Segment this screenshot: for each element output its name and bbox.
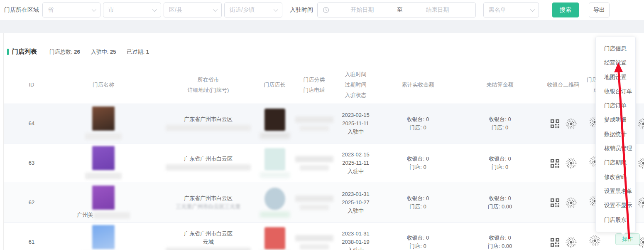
blacklist-select[interactable]: 黑名单 [483,2,539,17]
mini-program-code-icon[interactable] [638,197,644,208]
area-filter-label: 门店所在区域 [4,6,39,14]
mini-program-code-icon[interactable] [566,158,577,169]
street-select[interactable]: 街道/乡镇 [224,2,282,17]
column-header: 门店店长 [255,80,294,90]
qr-code-icon[interactable] [550,119,560,129]
cell-unsettled-amount: 收银台: 0 门店: 0 [458,115,541,132]
date-separator: 至 [395,6,404,14]
mini-program-code-icon[interactable] [638,118,644,129]
table-row: 62 广州美 广东省广州市白云区 三元里广州市白云区三元里 2023-01-31… [4,183,644,223]
redacted-phone [300,244,329,250]
cell-store-name: 广州美 [45,186,162,220]
column-header: 门店分类 门店电话 [294,75,334,95]
manager-avatar [264,109,285,131]
cell-dates: 2023-01-31 2025-10-27 入驻中 [334,190,377,215]
redacted-manager-name [260,172,290,178]
menu-item-7[interactable]: 数据统计 [596,127,635,141]
menu-item-10[interactable]: 修改密码 [596,170,635,184]
cell-address: 广东省广州市白云区 [162,115,255,132]
cell-cashier-qrcodes [541,197,585,208]
column-header: 所在省市 详细地址(门牌号) [162,75,255,95]
cell-id: 61 [4,238,45,246]
cell-dates: 2023-02-15 2025-11-11 入驻中 [334,111,377,136]
stat-item: 已过期: 1 [127,49,149,55]
menu-item-5[interactable]: 门店订单 [596,99,635,113]
cell-unsettled-amount: 收银台: 0 门店: 0 [458,155,541,171]
cell-manager [255,227,294,250]
cell-unsettled-amount: 收银台: 0 门店: 0.00 [458,234,541,250]
menu-item-3[interactable]: 地图设置 [596,70,635,84]
mini-program-code-icon[interactable] [566,197,577,208]
cell-manager [255,109,294,139]
mini-program-code-icon[interactable] [589,235,600,246]
cell-paid-amount: 收银台: 0 门店: 0 [377,234,458,250]
cell-address: 广东省广州市白云区 云城 [162,230,255,250]
menu-item-6[interactable]: 提成明细 [596,113,635,127]
filter-bar: 门店所在区域 省 市 区/县 街道/乡镇 入驻时间 开始日期 至 结束日期 黑名… [0,0,644,20]
column-header: 门店名称 [45,80,162,90]
mini-program-code-icon[interactable] [566,118,577,129]
city-select[interactable]: 市 [103,2,161,17]
store-logo-image [92,106,115,131]
qr-code-icon[interactable] [550,158,560,168]
table-body: 64 广东省广州市白云区 2023-02-15 2025-11-11 入驻中 [4,104,644,250]
start-date-placeholder[interactable]: 开始日期 [329,6,395,14]
menu-item-9[interactable]: 门店期限 [596,156,635,170]
chevron-down-icon [152,7,157,12]
table-header-row: ID门店名称所在省市 详细地址(门牌号)门店店长门店分类 门店电话入驻时间 过期… [4,67,644,104]
cell-cashier-qrcodes [541,118,585,129]
manager-avatar [264,188,285,210]
stat-item: 入驻中: 25 [91,49,116,55]
cell-dates: 2023-02-15 2025-11-11 入驻中 [334,151,377,176]
cell-category-phone [294,116,334,131]
mini-program-code-icon[interactable] [566,237,577,248]
cell-unsettled-amount: 收银台: 0 门店: 0.00 [458,194,541,211]
store-list-card: 门店列表 门店总数: 26入驻中: 25已过期: 1 ID门店名称所在省市 详细… [3,33,644,250]
redacted-address [166,164,251,171]
cell-id: 62 [4,198,45,207]
redacted-phone [300,126,329,131]
cell-paid-amount: 收银台: 0 门店: 0 [377,194,458,211]
cell-category-phone [294,156,334,171]
redacted-category [295,235,333,241]
join-date-range-input[interactable]: 开始日期 至 结束日期 [317,2,476,17]
page-background-band [0,20,644,33]
menu-item-8[interactable]: 核销员管理 [596,141,635,156]
cell-manager [255,148,294,178]
province-select[interactable]: 省 [42,2,100,17]
column-header: 累计实收金额 [377,80,458,90]
menu-item-4[interactable]: 收银台订单 [596,84,635,99]
menu-item-13[interactable]: 门店股东 [596,213,635,227]
row-action-button[interactable]: 操作 [615,233,640,245]
chevron-down-icon [530,7,535,12]
cell-address: 广东省广州市白云区 三元里广州市白云区三元里 [162,194,255,211]
column-header: 入驻时间 过期时间 入驻状态 [334,69,377,100]
cell-id: 63 [4,159,45,167]
redacted-store-name [93,212,130,219]
stat-item: 门店总数: 26 [49,49,80,55]
join-time-label: 入驻时间 [290,6,313,14]
column-header: 收银台二维码 [541,80,585,90]
redacted-store-name [85,133,122,140]
qr-code-icon[interactable] [550,238,560,247]
menu-item-2[interactable]: 经营设置 [596,56,635,70]
redacted-category [295,116,333,123]
end-date-placeholder[interactable]: 结束日期 [404,6,470,14]
chevron-down-icon [92,7,96,12]
redacted-address [166,125,251,131]
qr-code-icon[interactable] [550,198,560,208]
district-select[interactable]: 区/县 [164,2,222,17]
cell-store-name [45,146,162,180]
menu-item-1[interactable]: 门店信息 [596,42,635,56]
cell-category-phone [294,196,334,210]
manager-avatar [264,227,285,250]
cell-store-name [45,106,162,140]
store-logo-image [92,186,115,210]
menu-item-12[interactable]: 设置不显示 [596,198,635,213]
menu-item-11[interactable]: 设置黑名单 [596,184,635,198]
mini-program-code-icon[interactable] [638,158,644,169]
page-title: 门店列表 [12,48,37,56]
search-button[interactable]: 搜索 [552,2,579,17]
manager-avatar [264,148,285,171]
export-button[interactable]: 导出 [589,2,610,17]
